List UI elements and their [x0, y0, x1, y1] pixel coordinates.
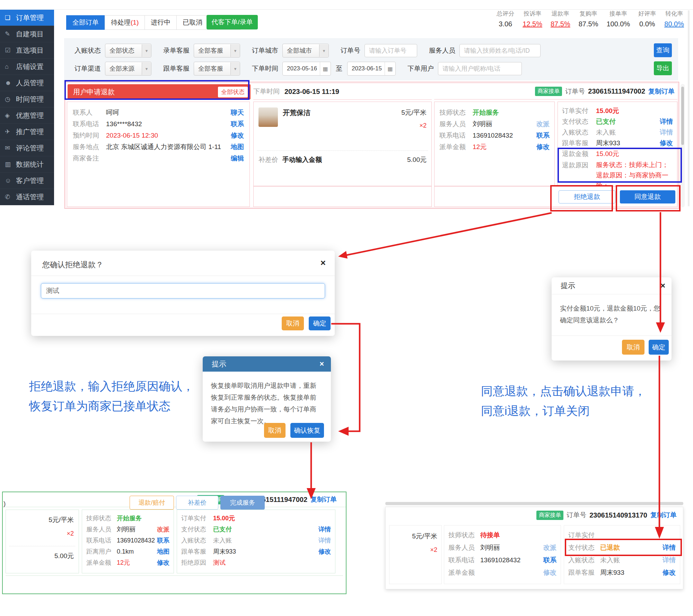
search-button[interactable]: 查询: [654, 43, 672, 57]
order-no-label: 订单号: [565, 87, 585, 96]
contact-link[interactable]: 联系: [157, 536, 169, 545]
reassign-link[interactable]: 改派: [536, 120, 550, 129]
order-no-input[interactable]: [365, 44, 417, 57]
stat-value[interactable]: 80.0%: [664, 20, 684, 28]
pay-row: 跟单客服周末933修改: [181, 546, 331, 557]
cancel-button[interactable]: 取消: [622, 340, 644, 355]
complete-service-button[interactable]: 完成服务: [220, 496, 265, 510]
confirm-button[interactable]: 确定: [309, 316, 331, 330]
confirm-restore-button[interactable]: 确认恢复: [290, 423, 324, 438]
service-quantity: ×2: [419, 122, 427, 129]
reject-refund-button[interactable]: 拒绝退款: [559, 190, 615, 203]
reassign-link[interactable]: 改派: [157, 525, 169, 533]
entry-cs-select[interactable]: 全部客服▾: [194, 44, 240, 58]
note-line: 恢复订单为商家已接单状态: [29, 396, 194, 416]
stat-complaint-rate: 投诉率12.5%: [523, 10, 542, 28]
pay-row: 入账状态未入账详情: [568, 554, 676, 566]
tech-row: 联系电话13691028432联系: [439, 130, 550, 141]
sidebar-item-coupons[interactable]: ◈优惠管理: [0, 107, 54, 124]
modify-link[interactable]: 修改: [543, 568, 556, 577]
agree-refund-button[interactable]: 同意退款: [620, 190, 675, 203]
row-label: 跟单客服: [181, 547, 213, 556]
all-status-chip[interactable]: 全部状态: [218, 87, 248, 97]
refund-status-bar: 用户申请退款 全部状态: [68, 84, 251, 99]
export-button[interactable]: 导出: [654, 61, 672, 75]
copy-order-link[interactable]: 复制订单: [648, 87, 675, 96]
tab-all-orders[interactable]: 全部订单: [66, 15, 105, 30]
tab-in-progress[interactable]: 进行中: [144, 15, 177, 30]
page-scrollbar[interactable]: [688, 10, 690, 206]
close-icon[interactable]: ×: [321, 258, 326, 268]
sidebar-item-time[interactable]: ◷时间管理: [0, 91, 54, 107]
calendar-icon[interactable]: ▦: [385, 62, 395, 75]
modify-link[interactable]: 修改: [231, 131, 244, 140]
reassign-link[interactable]: 改派: [543, 543, 556, 552]
map-link[interactable]: 地图: [231, 142, 244, 151]
copy-order-link[interactable]: 复制订单: [650, 511, 677, 520]
sidebar-item-self-built[interactable]: ✎自建项目: [0, 26, 54, 42]
sidebar-item-promotion[interactable]: ✈推广管理: [0, 124, 54, 140]
tab-cancelled[interactable]: 已取消: [176, 15, 209, 30]
service-unit-price: 5元/平米: [401, 108, 427, 117]
row-label: 服务人员: [439, 120, 473, 129]
order-number-header: 商家接单 订单号 230615111947002 复制订单: [434, 84, 677, 99]
modify-link[interactable]: 修改: [318, 547, 331, 556]
refund-compensate-button[interactable]: 退款/赔付: [130, 496, 174, 510]
copy-order-link[interactable]: 复制订单: [310, 495, 337, 504]
detail-link[interactable]: 详情: [660, 117, 673, 126]
pay-row: 入账状态未入账详情: [181, 535, 331, 546]
stat-value[interactable]: 12.5%: [523, 20, 542, 28]
detail-link[interactable]: 详情: [660, 128, 673, 137]
channel-select[interactable]: 全部来源▾: [105, 62, 151, 76]
card-scrollbar-thumb[interactable]: [681, 87, 684, 145]
order-user-input[interactable]: [438, 62, 522, 75]
contact-link[interactable]: 联系: [536, 131, 550, 140]
sidebar-item-calls[interactable]: ✆通话管理: [0, 189, 54, 205]
detail-link[interactable]: 详情: [318, 525, 331, 533]
sidebar-item-order-management[interactable]: ❏订单管理: [0, 10, 54, 26]
contact-link[interactable]: 联系: [543, 556, 556, 565]
detail-link[interactable]: 详情: [663, 543, 676, 552]
horizontal-scrollbar[interactable]: [385, 502, 683, 505]
clipped-text-fragment: ): [3, 500, 6, 507]
stat-value[interactable]: 87.5%: [551, 20, 570, 28]
sidebar-item-customers[interactable]: ☺客户管理: [0, 173, 54, 189]
date-from-picker[interactable]: 2023-05-16▦: [282, 62, 331, 76]
edit-link[interactable]: 编辑: [231, 154, 244, 163]
calendar-icon[interactable]: ▦: [320, 62, 331, 75]
row-value: 北京 东城区诚通人力资源有限公司 1-11: [106, 142, 221, 151]
follow-cs-select[interactable]: 全部客服▾: [194, 62, 240, 76]
cancel-button[interactable]: 取消: [264, 423, 286, 438]
account-status-select[interactable]: 全部状态▾: [105, 44, 151, 58]
modify-link[interactable]: 修改: [157, 558, 169, 567]
filter-row-1: 入账状态 全部状态▾ 录单客服 全部客服▾ 订单城市 全部城市▾ 订单号 服务人…: [74, 44, 541, 58]
date-to-picker[interactable]: 2023-06-15▦: [347, 62, 396, 76]
sidebar-item-reviews[interactable]: ✉评论管理: [0, 140, 54, 156]
close-icon[interactable]: ×: [319, 359, 324, 368]
modify-link[interactable]: 修改: [660, 139, 673, 148]
detail-link[interactable]: 详情: [318, 536, 331, 545]
cancel-button[interactable]: 取消: [282, 316, 304, 330]
contact-link[interactable]: 联系: [231, 120, 244, 129]
sidebar-item-label: 优惠管理: [16, 111, 44, 120]
tech-status: 开始服务: [473, 108, 499, 117]
modify-link[interactable]: 修改: [663, 568, 676, 577]
dialog-title: 提示: [561, 281, 575, 290]
proxy-order-button[interactable]: 代客下单/录单: [207, 15, 258, 29]
modify-link[interactable]: 修改: [536, 142, 550, 151]
sidebar-item-personnel[interactable]: ☻人员管理: [0, 75, 54, 91]
surcharge-button[interactable]: 补差价: [176, 496, 218, 510]
tab-pending[interactable]: 待处理(1): [105, 15, 145, 30]
reject-reason-input[interactable]: [41, 283, 325, 298]
row-label: 派单金额: [86, 558, 117, 567]
sidebar-item-statistics[interactable]: ▥数据统计: [0, 156, 54, 173]
confirm-button[interactable]: 确定: [649, 340, 669, 355]
sidebar-item-store-settings[interactable]: ⌂店铺设置: [0, 59, 54, 75]
map-link[interactable]: 地图: [157, 547, 169, 556]
city-select[interactable]: 全部城市▾: [282, 44, 329, 58]
close-icon[interactable]: ×: [660, 281, 665, 290]
staff-input[interactable]: [459, 44, 541, 57]
detail-link[interactable]: 详情: [663, 556, 676, 565]
chat-link[interactable]: 聊天: [231, 108, 244, 117]
sidebar-item-direct-select[interactable]: ☑直选项目: [0, 42, 54, 59]
